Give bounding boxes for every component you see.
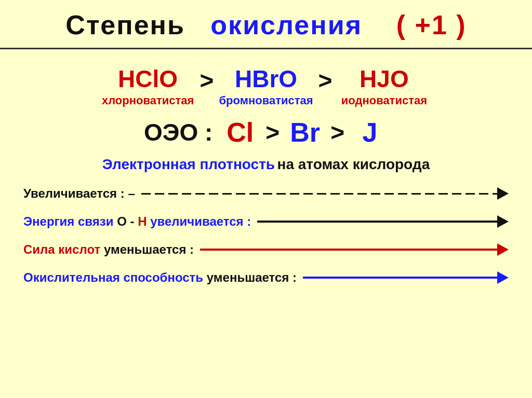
electron-density-bold: Электронная плотность (102, 156, 275, 172)
row-energiya: Энергия связи О - Н увеличивается : (21, 210, 511, 233)
header-section: Степень окисления ( +1 ) (0, 0, 532, 49)
okislitelnaya-bold: Окислительная способность (23, 270, 203, 284)
header-word3: ( +1 ) (396, 10, 467, 40)
oeo-cl: Cl (222, 117, 258, 148)
solid-line-blue (303, 277, 497, 279)
oeo-j: J (352, 117, 388, 148)
header-word2: окисления (210, 10, 362, 40)
row-sila: Сила кислот уменьшается : (21, 238, 511, 261)
acid-hbro-name: бромноватистая (219, 94, 313, 107)
row-energiya-label: Энергия связи О - Н увеличивается : (23, 214, 251, 229)
dashed-arrow (141, 187, 509, 200)
solid-arrow-blue (303, 271, 509, 284)
solid-line-black (257, 221, 497, 223)
solid-arrow-black (257, 215, 509, 228)
acid-hjo: HJO иодноватистая (337, 65, 431, 107)
row-sila-label: Сила кислот уменьшается : (23, 242, 194, 257)
acid-hbro-formula: HBrO (219, 65, 313, 93)
energiya-dash: - (127, 214, 138, 228)
sila-rest: уменьшается : (100, 242, 194, 256)
acid-hjo-formula: HJO (337, 65, 431, 93)
energiya-o: О (117, 214, 127, 228)
energiya-h: Н (138, 214, 147, 228)
energiya-rest: увеличивается : (147, 214, 251, 228)
arrowhead-blue (497, 271, 509, 284)
acid-hjo-name: иодноватистая (337, 94, 431, 107)
row-uvelichivaetsya: Увеличивается : – (21, 182, 511, 205)
acid-hclo-name: хлорноватистая (101, 94, 195, 107)
oeo-label: ОЭО : (144, 118, 212, 146)
acid-hclo-formula: HClO (101, 65, 195, 93)
acid-hclo: HClO хлорноватистая (101, 65, 195, 107)
arrowhead-red (497, 243, 509, 256)
energiya-bold: Энергия связи (23, 214, 117, 228)
gt-2: > (313, 66, 338, 94)
row-okislitelnaya-label: Окислительная способность уменьшается : (23, 270, 297, 285)
oeo-gt-2: > (323, 118, 352, 146)
solid-line-red (200, 249, 497, 251)
main-content: HClO хлорноватистая > HBrO бромноватиста… (0, 49, 532, 398)
acids-row: HClO хлорноватистая > HBrO бромноватиста… (21, 65, 511, 107)
header-word1: Степень (65, 10, 185, 40)
sila-bold: Сила кислот (23, 242, 100, 256)
row-uvelichivaetsya-label: Увеличивается : – (23, 186, 135, 201)
gt-1: > (195, 66, 219, 94)
dashed-line (141, 193, 497, 195)
arrowhead-black (497, 215, 509, 228)
solid-arrow-red (200, 243, 509, 256)
okislitelnaya-rest: уменьшается : (203, 270, 297, 284)
dashed-arrowhead (497, 187, 509, 200)
electron-density-rest: на атомах кислорода (277, 156, 430, 172)
oeo-br: Br (287, 117, 323, 148)
oeo-gt-1: > (258, 118, 287, 146)
row-okislitelnaya: Окислительная способность уменьшается : (21, 266, 511, 289)
electron-density-row: Электронная плотность на атомах кислород… (21, 156, 511, 173)
acid-hbro: HBrO бромноватистая (219, 65, 313, 107)
oeo-row: ОЭО : Cl > Br > J (21, 117, 511, 148)
